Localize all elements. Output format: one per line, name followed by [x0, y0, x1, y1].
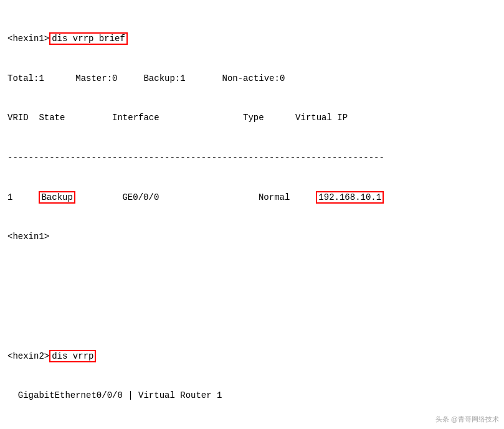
terminal-output: <hexin1>dis vrrp brief Total:1 Master:0 …	[7, 6, 497, 429]
row-type: Normal	[259, 192, 290, 202]
detail-header-line: GigabitEthernet0/0/0 | Virtual Router 1	[7, 389, 497, 403]
command2: dis vrrp	[52, 351, 93, 361]
prompt1: <hexin1>	[7, 34, 49, 44]
row-state: Backup	[41, 192, 72, 202]
section1-command-line: <hexin1>dis vrrp brief	[7, 32, 497, 46]
command1-box: dis vrrp brief	[49, 32, 128, 45]
master: Master:0	[75, 73, 117, 83]
command2-box: dis vrrp	[49, 350, 96, 362]
row-interface: GE0/0/0	[122, 192, 159, 202]
row-vip: 192.168.10.1	[318, 192, 381, 202]
header-text: VRID State Interface Type Virtual IP	[7, 113, 348, 123]
total: Total:1	[7, 73, 44, 83]
nonactive: Non-active:0	[222, 73, 285, 83]
prompt1-end-line: <hexin1>	[7, 230, 497, 244]
backup: Backup:1	[143, 73, 185, 83]
table-row: 1 Backup GE0/0/0 Normal 192.168.10.1	[7, 191, 497, 205]
vip-box: 192.168.10.1	[316, 191, 384, 204]
section2-command-line: <hexin2>dis vrrp	[7, 350, 497, 364]
watermark: 头条 @青哥网络技术	[435, 415, 499, 424]
totals-line: Total:1 Master:0 Backup:1 Non-active:0	[7, 72, 497, 86]
command1: dis vrrp brief	[52, 34, 125, 44]
prompt2: <hexin2>	[7, 351, 49, 361]
row-vrid: 1	[7, 192, 12, 202]
sep: ----------------------------------------…	[7, 153, 384, 163]
table-header: VRID State Interface Type Virtual IP	[7, 111, 497, 125]
detail-header: GigabitEthernet0/0/0 | Virtual Router 1	[7, 390, 222, 400]
separator-line: ----------------------------------------…	[7, 151, 497, 165]
blank-line	[7, 270, 497, 284]
state-box: Backup	[39, 191, 75, 204]
blank-line2	[7, 310, 497, 324]
prompt1-end: <hexin1>	[7, 232, 49, 242]
